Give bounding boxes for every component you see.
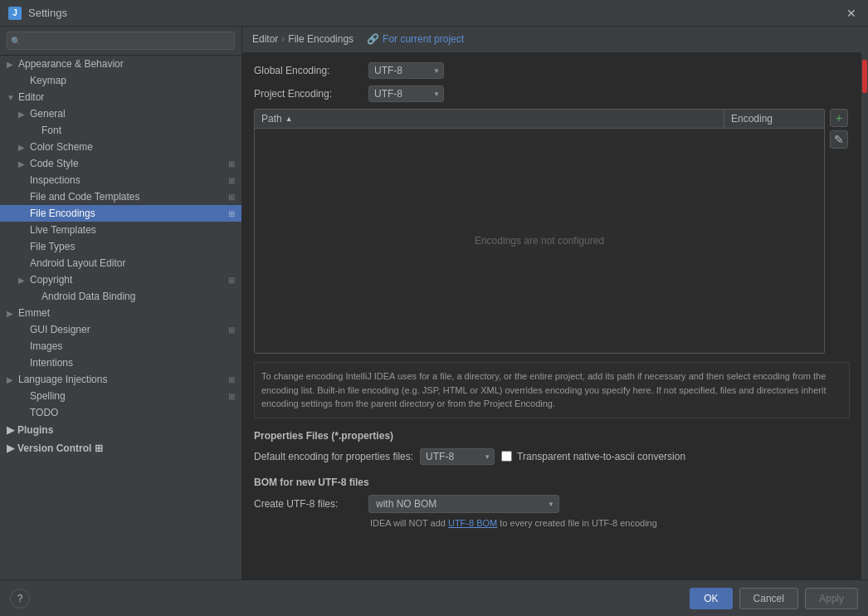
ok-button[interactable]: OK — [690, 588, 732, 609]
sidebar-item-label: Live Templates — [30, 224, 235, 236]
sidebar-item-label: Android Data Binding — [41, 291, 235, 302]
sidebar-item-gui-designer[interactable]: GUI Designer ⊞ — [0, 321, 241, 338]
content-area: Editor › File Encodings 🔗 For current pr… — [242, 27, 861, 579]
sidebar-section-version-control[interactable]: ▶ Version Control ⊞ — [0, 439, 241, 457]
sidebar-item-label: Images — [30, 340, 235, 352]
table-header: Path ▲ Encoding — [255, 110, 824, 129]
edit-encoding-button[interactable]: ✎ — [830, 130, 848, 149]
project-encoding-select-wrap: UTF-8 UTF-16 ISO-8859-1 — [368, 86, 444, 102]
settings-panel: Global Encoding: UTF-8 UTF-16 ISO-8859-1… — [242, 52, 861, 579]
sidebar-item-label: Color Scheme — [30, 141, 235, 153]
sidebar-item-color-scheme[interactable]: ▶ Color Scheme — [0, 139, 241, 155]
sidebar-item-appearance-behavior[interactable]: ▶ Appearance & Behavior — [0, 56, 241, 72]
sort-icon: ▲ — [285, 115, 293, 123]
sidebar-item-file-types[interactable]: File Types — [0, 238, 241, 255]
search-box — [0, 27, 241, 56]
settings-icon: ⊞ — [223, 209, 235, 218]
cancel-button[interactable]: Cancel — [739, 588, 798, 609]
create-bom-label: Create UTF-8 files: — [254, 498, 362, 510]
sidebar-item-label: Emmet — [18, 307, 235, 319]
section-label: Plugins — [17, 424, 53, 436]
expand-arrow: ▶ — [18, 110, 30, 119]
default-encoding-label: Default encoding for properties files: — [254, 451, 413, 462]
app-icon: J — [8, 7, 22, 20]
props-encoding-select[interactable]: UTF-8 UTF-16 — [420, 448, 495, 465]
expand-arrow: ▶ — [18, 159, 30, 169]
transparent-checkbox-row: Transparent native-to-ascii conversion — [501, 451, 685, 462]
project-encoding-label: Project Encoding: — [254, 88, 362, 100]
section-label: Version Control — [17, 442, 91, 454]
sidebar-item-label: File and Code Templates — [30, 191, 223, 203]
breadcrumb-link-icon: 🔗 — [367, 33, 379, 45]
bom-select-wrap: with NO BOM with BOM with BOM if Windows… — [368, 495, 559, 513]
sidebar-item-label: Editor — [18, 91, 235, 103]
settings-icon: ⊞ — [223, 392, 235, 401]
settings-icon: ⊞ — [223, 193, 235, 202]
bottom-left: ? — [10, 589, 683, 609]
default-encoding-row: Default encoding for properties files: U… — [254, 448, 850, 465]
global-encoding-select[interactable]: UTF-8 UTF-16 ISO-8859-1 — [368, 62, 444, 79]
table-side-buttons: + ✎ — [830, 109, 848, 149]
sidebar-item-file-encodings[interactable]: File Encodings ⊞ — [0, 205, 241, 222]
sidebar-item-label: Code Style — [30, 158, 223, 169]
expand-arrow: ▶ — [18, 143, 30, 152]
sidebar-item-editor[interactable]: ▼ Editor — [0, 89, 241, 105]
sidebar-item-label: File Types — [30, 241, 235, 252]
settings-icon: ⊞ — [223, 276, 235, 285]
breadcrumb-current: File Encodings — [288, 33, 354, 45]
sidebar-item-file-code-templates[interactable]: File and Code Templates ⊞ — [0, 188, 241, 205]
table-body: Encodings are not configured — [255, 129, 824, 353]
sidebar-item-language-injections[interactable]: ▶ Language Injections ⊞ — [0, 371, 241, 388]
sidebar-item-label: Font — [41, 125, 235, 136]
bom-select[interactable]: with NO BOM with BOM with BOM if Windows… — [368, 495, 559, 513]
help-button[interactable]: ? — [10, 589, 30, 609]
sidebar-item-inspections[interactable]: Inspections ⊞ — [0, 172, 241, 188]
col-encoding-header: Encoding — [724, 110, 824, 128]
search-input[interactable] — [7, 32, 235, 50]
sidebar-item-live-templates[interactable]: Live Templates — [0, 222, 241, 238]
expand-arrow: ▶ — [7, 424, 14, 436]
settings-icon: ⊞ — [223, 375, 235, 384]
sidebar-item-label: Intentions — [30, 357, 235, 369]
expand-arrow: ▶ — [18, 276, 30, 285]
sidebar-item-todo[interactable]: TODO — [0, 404, 241, 421]
sidebar-item-spelling[interactable]: Spelling ⊞ — [0, 388, 241, 404]
settings-icon: ⊞ — [95, 442, 103, 454]
sidebar-item-intentions[interactable]: Intentions — [0, 354, 241, 371]
expand-arrow: ▶ — [7, 375, 18, 384]
apply-button[interactable]: Apply — [805, 588, 858, 609]
encoding-table-wrapper: Path ▲ Encoding Encodings are not config… — [254, 109, 825, 354]
bom-note-link[interactable]: UTF-8 BOM — [448, 518, 497, 528]
sidebar-item-keymap[interactable]: Keymap — [0, 72, 241, 89]
sidebar-item-images[interactable]: Images — [0, 338, 241, 354]
expand-arrow: ▶ — [7, 60, 18, 69]
title-bar: J Settings ✕ — [0, 0, 868, 27]
sidebar-section-plugins[interactable]: ▶ Plugins — [0, 421, 241, 439]
global-encoding-select-wrap: UTF-8 UTF-16 ISO-8859-1 — [368, 62, 444, 79]
sidebar-item-font[interactable]: Font — [0, 122, 241, 139]
main-container: ▶ Appearance & Behavior Keymap ▼ Editor … — [0, 27, 868, 579]
breadcrumb-link[interactable]: For current project — [383, 33, 464, 45]
window-title: Settings — [28, 7, 67, 19]
sidebar-item-android-data-binding[interactable]: Android Data Binding — [0, 288, 241, 305]
sidebar-item-label: General — [30, 108, 235, 120]
project-encoding-row: Project Encoding: UTF-8 UTF-16 ISO-8859-… — [254, 86, 850, 102]
sidebar-item-code-style[interactable]: ▶ Code Style ⊞ — [0, 155, 241, 172]
sidebar-item-label: TODO — [30, 407, 235, 418]
info-text: To change encoding IntelliJ IDEA uses fo… — [254, 362, 850, 418]
sidebar-item-label: Appearance & Behavior — [18, 58, 235, 70]
transparent-label: Transparent native-to-ascii conversion — [517, 451, 685, 462]
sidebar-item-general[interactable]: ▶ General — [0, 105, 241, 122]
transparent-checkbox[interactable] — [501, 451, 512, 462]
project-encoding-select[interactable]: UTF-8 UTF-16 ISO-8859-1 — [368, 86, 444, 102]
close-button[interactable]: ✕ — [843, 5, 860, 22]
sidebar-item-android-layout-editor[interactable]: Android Layout Editor — [0, 255, 241, 271]
sidebar-item-label: GUI Designer — [30, 324, 223, 335]
settings-icon: ⊞ — [223, 159, 235, 169]
sidebar-item-copyright[interactable]: ▶ Copyright ⊞ — [0, 271, 241, 288]
sidebar-item-label: File Encodings — [30, 208, 223, 219]
bom-note: IDEA will NOT add UTF-8 BOM to every cre… — [254, 518, 850, 528]
add-encoding-button[interactable]: + — [830, 109, 848, 127]
sidebar-item-emmet[interactable]: ▶ Emmet — [0, 305, 241, 321]
search-wrap — [7, 32, 235, 50]
